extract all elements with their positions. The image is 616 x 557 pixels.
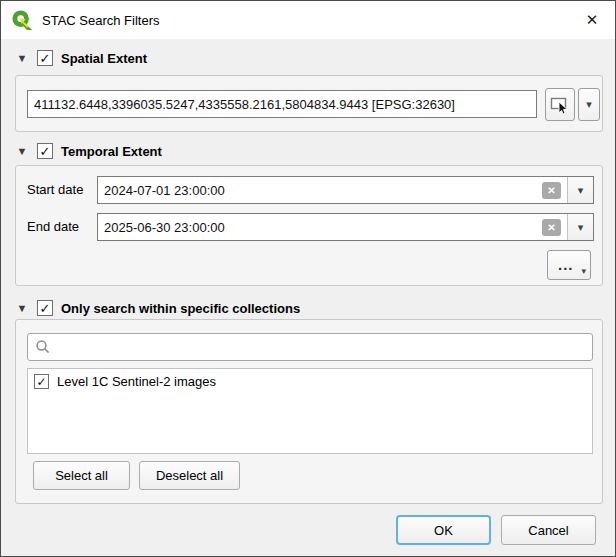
spatial-section-header: ▼ ✓ Spatial Extent <box>15 48 147 68</box>
check-icon: ✓ <box>36 376 46 388</box>
item-checkbox[interactable]: ✓ <box>34 374 49 389</box>
start-date-dropdown-button[interactable]: ▾ <box>567 177 593 203</box>
end-date-label: End date <box>27 213 99 241</box>
ok-button[interactable]: OK <box>396 515 491 545</box>
end-date-dropdown-button[interactable]: ▾ <box>567 214 593 240</box>
check-icon: ✓ <box>40 145 51 158</box>
temporal-expander-icon[interactable]: ▼ <box>15 146 29 157</box>
end-date-input[interactable] <box>98 214 533 240</box>
clear-icon[interactable]: ✕ <box>542 182 561 199</box>
chevron-down-icon: ▾ <box>578 185 584 196</box>
window-title: STAC Search Filters <box>42 13 160 28</box>
draw-extent-button[interactable] <box>545 88 575 121</box>
collections-expander-icon[interactable]: ▼ <box>15 303 29 314</box>
chevron-down-icon: ▾ <box>581 267 586 276</box>
stac-search-filters-dialog: STAC Search Filters ✕ ▼ ✓ Spatial Extent… <box>0 0 616 557</box>
cancel-button[interactable]: Cancel <box>501 515 596 545</box>
end-date-field: ✕ ▾ <box>97 213 594 241</box>
draw-extent-icon <box>550 95 570 115</box>
temporal-group: Start date ✕ ▾ End date ✕ ▾ ... ▾ <box>15 165 603 286</box>
deselect-all-button[interactable]: Deselect all <box>139 461 240 490</box>
item-label: Level 1C Sentinel-2 images <box>57 374 216 389</box>
clear-icon[interactable]: ✕ <box>542 219 561 236</box>
extent-input[interactable] <box>27 90 537 118</box>
temporal-section-label: Temporal Extent <box>61 144 162 159</box>
temporal-checkbox[interactable]: ✓ <box>37 143 53 159</box>
chevron-down-icon: ▾ <box>586 99 592 110</box>
extent-dropdown-button[interactable]: ▾ <box>578 88 600 121</box>
collections-checkbox[interactable]: ✓ <box>37 300 53 316</box>
ellipsis-icon: ... <box>558 260 574 270</box>
spatial-checkbox[interactable]: ✓ <box>37 50 53 66</box>
spatial-section-label: Spatial Extent <box>61 51 147 66</box>
search-icon <box>35 339 51 355</box>
spatial-expander-icon[interactable]: ▼ <box>15 53 29 64</box>
close-icon: ✕ <box>586 11 599 29</box>
check-icon: ✓ <box>40 302 51 315</box>
spatial-group: ▾ <box>15 75 603 132</box>
more-options-button[interactable]: ... ▾ <box>547 250 591 280</box>
select-all-button[interactable]: Select all <box>33 461 130 490</box>
start-date-field: ✕ ▾ <box>97 176 594 204</box>
start-date-input[interactable] <box>98 177 533 203</box>
temporal-section-header: ▼ ✓ Temporal Extent <box>15 141 162 161</box>
chevron-down-icon: ▾ <box>578 222 584 233</box>
collections-search <box>27 333 593 361</box>
title-bar: STAC Search Filters ✕ <box>1 1 615 39</box>
qgis-logo-icon <box>11 9 33 31</box>
close-button[interactable]: ✕ <box>569 1 615 39</box>
collections-section-label: Only search within specific collections <box>61 301 300 316</box>
list-item[interactable]: ✓ Level 1C Sentinel-2 images <box>28 369 592 393</box>
collections-group: ✓ Level 1C Sentinel-2 images Select all … <box>15 319 603 504</box>
collections-section-header: ▼ ✓ Only search within specific collecti… <box>15 298 300 318</box>
search-input[interactable] <box>51 334 592 360</box>
check-icon: ✓ <box>40 52 51 65</box>
collections-list: ✓ Level 1C Sentinel-2 images <box>27 368 593 454</box>
start-date-label: Start date <box>27 176 99 204</box>
